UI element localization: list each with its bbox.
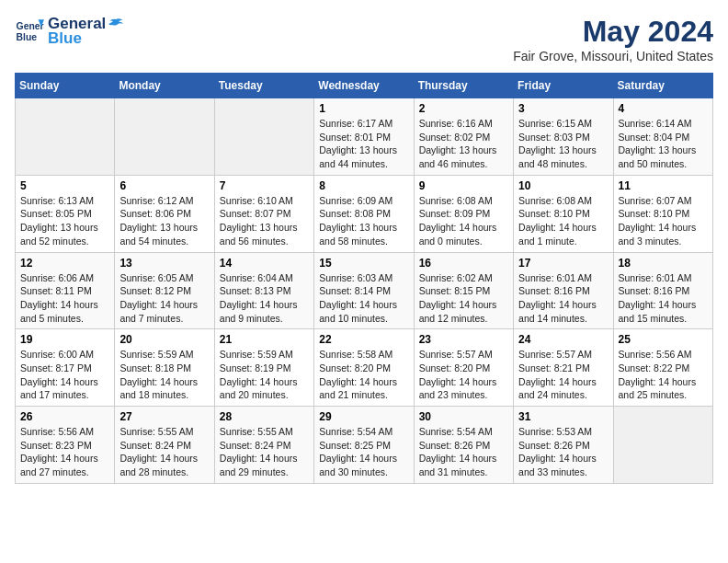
calendar-cell: 21 Sunrise: 5:59 AMSunset: 8:19 PMDaylig…	[214, 329, 313, 407]
day-number: 23	[419, 333, 508, 346]
weekday-header-saturday: Saturday	[613, 74, 712, 98]
day-number: 6	[119, 179, 209, 192]
day-info: Sunrise: 5:59 AMSunset: 8:19 PMDaylight:…	[220, 348, 309, 402]
calendar-cell: 6 Sunrise: 6:12 AMSunset: 8:06 PMDayligh…	[115, 175, 214, 252]
title-block: May 2024 Fair Grove, Missouri, United St…	[513, 15, 713, 63]
calendar-cell: 18 Sunrise: 6:01 AMSunset: 8:16 PMDaylig…	[613, 252, 712, 329]
calendar-week-row: 12 Sunrise: 6:06 AMSunset: 8:11 PMDaylig…	[16, 252, 713, 329]
location-subtitle: Fair Grove, Missouri, United States	[513, 49, 713, 63]
calendar-cell: 2 Sunrise: 6:16 AMSunset: 8:02 PMDayligh…	[414, 98, 513, 176]
logo: General Blue General Blue	[15, 15, 124, 48]
day-number: 2	[419, 102, 508, 115]
day-number: 1	[319, 102, 408, 115]
day-info: Sunrise: 5:58 AMSunset: 8:20 PMDaylight:…	[319, 348, 408, 402]
day-number: 16	[419, 257, 508, 270]
calendar-week-row: 26 Sunrise: 5:56 AMSunset: 8:23 PMDaylig…	[16, 407, 713, 484]
calendar-cell	[613, 407, 712, 484]
day-number: 27	[119, 410, 209, 423]
calendar-cell: 22 Sunrise: 5:58 AMSunset: 8:20 PMDaylig…	[314, 329, 414, 407]
calendar-week-row: 5 Sunrise: 6:13 AMSunset: 8:05 PMDayligh…	[16, 175, 713, 252]
day-info: Sunrise: 5:57 AMSunset: 8:21 PMDaylight:…	[518, 348, 608, 402]
day-info: Sunrise: 6:08 AMSunset: 8:10 PMDaylight:…	[518, 194, 608, 248]
day-info: Sunrise: 5:55 AMSunset: 8:24 PMDaylight:…	[119, 425, 209, 479]
calendar-cell: 31 Sunrise: 5:53 AMSunset: 8:26 PMDaylig…	[514, 407, 613, 484]
day-info: Sunrise: 6:04 AMSunset: 8:13 PMDaylight:…	[220, 271, 309, 326]
calendar-cell: 12 Sunrise: 6:06 AMSunset: 8:11 PMDaylig…	[16, 252, 115, 329]
calendar-table: SundayMondayTuesdayWednesdayThursdayFrid…	[15, 73, 713, 484]
calendar-cell: 20 Sunrise: 5:59 AMSunset: 8:18 PMDaylig…	[115, 329, 214, 407]
day-number: 8	[319, 179, 408, 192]
calendar-cell: 26 Sunrise: 5:56 AMSunset: 8:23 PMDaylig…	[16, 407, 115, 484]
day-info: Sunrise: 6:03 AMSunset: 8:14 PMDaylight:…	[319, 271, 408, 326]
logo-bird-icon	[108, 17, 124, 30]
calendar-cell: 13 Sunrise: 6:05 AMSunset: 8:12 PMDaylig…	[115, 252, 214, 329]
calendar-cell: 15 Sunrise: 6:03 AMSunset: 8:14 PMDaylig…	[314, 252, 414, 329]
weekday-header-thursday: Thursday	[414, 74, 513, 98]
day-number: 15	[319, 257, 408, 270]
weekday-header-monday: Monday	[115, 74, 214, 98]
day-number: 24	[518, 333, 608, 346]
day-number: 30	[419, 410, 508, 423]
calendar-cell: 29 Sunrise: 5:54 AMSunset: 8:25 PMDaylig…	[314, 407, 414, 484]
day-number: 29	[319, 410, 408, 423]
calendar-cell: 16 Sunrise: 6:02 AMSunset: 8:15 PMDaylig…	[414, 252, 513, 329]
day-number: 7	[220, 179, 309, 192]
weekday-header-friday: Friday	[514, 74, 613, 98]
day-info: Sunrise: 6:17 AMSunset: 8:01 PMDaylight:…	[319, 117, 408, 171]
day-info: Sunrise: 6:01 AMSunset: 8:16 PMDaylight:…	[518, 271, 608, 326]
calendar-cell: 27 Sunrise: 5:55 AMSunset: 8:24 PMDaylig…	[115, 407, 214, 484]
day-info: Sunrise: 6:15 AMSunset: 8:03 PMDaylight:…	[518, 117, 608, 171]
day-number: 10	[518, 179, 608, 192]
day-info: Sunrise: 6:01 AMSunset: 8:16 PMDaylight:…	[619, 271, 708, 326]
day-info: Sunrise: 5:54 AMSunset: 8:26 PMDaylight:…	[419, 425, 508, 479]
day-number: 4	[619, 102, 708, 115]
calendar-cell: 8 Sunrise: 6:09 AMSunset: 8:08 PMDayligh…	[314, 175, 414, 252]
calendar-cell: 24 Sunrise: 5:57 AMSunset: 8:21 PMDaylig…	[514, 329, 613, 407]
calendar-week-row: 1 Sunrise: 6:17 AMSunset: 8:01 PMDayligh…	[16, 98, 713, 176]
day-info: Sunrise: 5:53 AMSunset: 8:26 PMDaylight:…	[518, 425, 608, 479]
day-info: Sunrise: 5:56 AMSunset: 8:22 PMDaylight:…	[619, 348, 708, 402]
day-number: 14	[220, 257, 309, 270]
day-number: 25	[619, 333, 708, 346]
calendar-cell: 19 Sunrise: 6:00 AMSunset: 8:17 PMDaylig…	[16, 329, 115, 407]
day-number: 28	[220, 410, 309, 423]
day-number: 21	[220, 333, 309, 346]
day-number: 22	[319, 333, 408, 346]
day-number: 18	[619, 257, 708, 270]
day-info: Sunrise: 5:56 AMSunset: 8:23 PMDaylight:…	[20, 425, 109, 479]
day-info: Sunrise: 6:16 AMSunset: 8:02 PMDaylight:…	[419, 117, 508, 171]
calendar-cell	[214, 98, 313, 176]
day-info: Sunrise: 6:07 AMSunset: 8:10 PMDaylight:…	[619, 194, 708, 248]
day-info: Sunrise: 6:14 AMSunset: 8:04 PMDaylight:…	[619, 117, 708, 171]
day-info: Sunrise: 5:57 AMSunset: 8:20 PMDaylight:…	[419, 348, 508, 402]
calendar-cell: 10 Sunrise: 6:08 AMSunset: 8:10 PMDaylig…	[514, 175, 613, 252]
weekday-header-sunday: Sunday	[16, 74, 115, 98]
day-info: Sunrise: 6:06 AMSunset: 8:11 PMDaylight:…	[20, 271, 109, 326]
day-info: Sunrise: 6:00 AMSunset: 8:17 PMDaylight:…	[20, 348, 109, 402]
day-number: 19	[20, 333, 109, 346]
day-number: 12	[20, 257, 109, 270]
calendar-cell: 4 Sunrise: 6:14 AMSunset: 8:04 PMDayligh…	[613, 98, 712, 176]
calendar-cell	[115, 98, 214, 176]
day-number: 20	[119, 333, 209, 346]
day-info: Sunrise: 6:02 AMSunset: 8:15 PMDaylight:…	[419, 271, 508, 326]
day-info: Sunrise: 6:10 AMSunset: 8:07 PMDaylight:…	[220, 194, 309, 248]
day-number: 31	[518, 410, 608, 423]
day-number: 13	[119, 257, 209, 270]
calendar-cell: 28 Sunrise: 5:55 AMSunset: 8:24 PMDaylig…	[214, 407, 313, 484]
calendar-cell: 11 Sunrise: 6:07 AMSunset: 8:10 PMDaylig…	[613, 175, 712, 252]
day-info: Sunrise: 5:55 AMSunset: 8:24 PMDaylight:…	[220, 425, 309, 479]
calendar-cell: 14 Sunrise: 6:04 AMSunset: 8:13 PMDaylig…	[214, 252, 313, 329]
calendar-cell: 3 Sunrise: 6:15 AMSunset: 8:03 PMDayligh…	[514, 98, 613, 176]
calendar-cell	[16, 98, 115, 176]
day-number: 9	[419, 179, 508, 192]
day-number: 5	[20, 179, 109, 192]
day-info: Sunrise: 6:12 AMSunset: 8:06 PMDaylight:…	[119, 194, 209, 248]
calendar-cell: 23 Sunrise: 5:57 AMSunset: 8:20 PMDaylig…	[414, 329, 513, 407]
calendar-title: May 2024	[513, 15, 713, 49]
day-number: 26	[20, 410, 109, 423]
day-info: Sunrise: 5:59 AMSunset: 8:18 PMDaylight:…	[119, 348, 209, 402]
calendar-cell: 17 Sunrise: 6:01 AMSunset: 8:16 PMDaylig…	[514, 252, 613, 329]
calendar-week-row: 19 Sunrise: 6:00 AMSunset: 8:17 PMDaylig…	[16, 329, 713, 407]
weekday-header-tuesday: Tuesday	[214, 74, 313, 98]
